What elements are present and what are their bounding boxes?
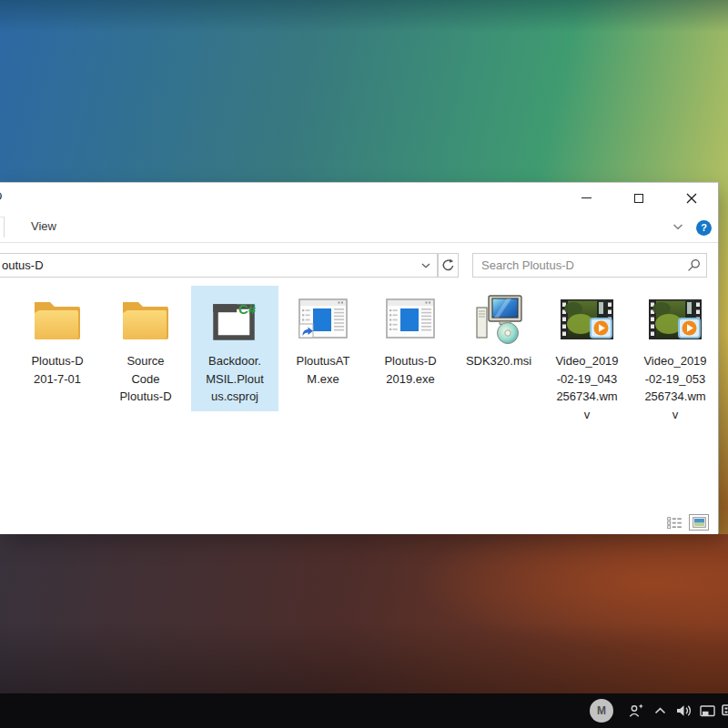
menu-tab-view[interactable]: View xyxy=(31,219,56,233)
file-item[interactable]: Ploutus-D 201-7-01 xyxy=(14,286,101,393)
desktop-screen: D View xyxy=(0,0,728,728)
search-input[interactable] xyxy=(473,255,681,276)
chevron-down-icon xyxy=(421,263,430,268)
refresh-button[interactable] xyxy=(438,253,459,278)
search-box[interactable] xyxy=(472,253,707,278)
application-icon xyxy=(367,289,454,349)
video-thumbnail-icon xyxy=(632,289,719,349)
file-item[interactable]: Video_2019 -02-19_053 256734.wm v xyxy=(632,286,719,429)
taskbar: M xyxy=(0,693,728,728)
wallpaper-bottom xyxy=(0,534,728,693)
thumbnails-view-icon xyxy=(693,517,706,528)
help-button[interactable]: ? xyxy=(696,220,712,236)
ribbon-collapse-button[interactable] xyxy=(672,224,683,230)
details-view-button[interactable] xyxy=(664,514,684,531)
file-item-selected[interactable]: C# Backdoor. MSIL.Plout us.csproj xyxy=(191,286,278,411)
file-list: Ploutus-D 201-7-01 Source Code Ploutus-D xyxy=(0,283,718,509)
file-name: Backdoor. MSIL.Plout us.csproj xyxy=(195,352,275,408)
maximize-icon xyxy=(634,194,643,203)
shortcut-arrow-badge xyxy=(299,324,313,338)
refresh-icon xyxy=(441,258,455,272)
video-thumbnail-icon xyxy=(543,289,631,349)
details-view-icon xyxy=(667,517,682,529)
address-dropdown-button[interactable] xyxy=(415,263,437,268)
file-name: SDK320.msi xyxy=(459,352,539,372)
application-shortcut-icon xyxy=(279,289,367,349)
minimize-icon xyxy=(581,197,592,198)
window-title-partial: D xyxy=(0,189,2,203)
ribbon-menu-bar: View ? xyxy=(0,212,718,243)
network-display-icon[interactable] xyxy=(700,705,715,717)
thumbnails-view-button[interactable] xyxy=(689,514,709,531)
csharp-project-icon: C# xyxy=(191,289,278,349)
address-bar[interactable] xyxy=(0,253,438,278)
close-button[interactable] xyxy=(665,183,718,213)
file-name: PloutusAT M.exe xyxy=(283,352,363,389)
status-bar xyxy=(0,509,718,534)
help-icon: ? xyxy=(701,222,707,233)
title-bar[interactable]: D xyxy=(0,183,718,212)
file-name: Video_2019 -02-19_053 256734.wm v xyxy=(635,352,715,425)
user-avatar[interactable]: M xyxy=(590,699,613,723)
address-input[interactable] xyxy=(0,255,415,276)
volume-icon[interactable] xyxy=(676,704,692,717)
explorer-window: D View xyxy=(0,182,719,533)
avatar-initial: M xyxy=(597,704,606,717)
file-name: Source Code Ploutus-D xyxy=(106,352,186,408)
file-name: Ploutus-D 2019.exe xyxy=(370,352,450,389)
folder-icon xyxy=(14,289,101,349)
maximize-button[interactable] xyxy=(612,183,665,213)
search-icon xyxy=(681,258,706,272)
folder-icon xyxy=(102,289,189,349)
menu-tab-stub xyxy=(0,217,5,238)
clipped-tray-icon[interactable] xyxy=(722,704,728,716)
file-item[interactable]: SDK320.msi xyxy=(455,286,542,376)
caption-buttons xyxy=(560,183,718,213)
play-badge xyxy=(591,318,612,338)
close-icon xyxy=(686,193,697,204)
file-item[interactable]: Ploutus-D 2019.exe xyxy=(367,286,454,393)
chevron-down-icon xyxy=(672,224,683,230)
people-icon[interactable] xyxy=(628,703,644,718)
navigation-toolbar xyxy=(0,243,718,283)
csharp-badge: C# xyxy=(238,301,257,317)
file-name: Ploutus-D 201-7-01 xyxy=(17,352,97,389)
installer-icon xyxy=(455,289,542,349)
file-item[interactable]: Source Code Ploutus-D xyxy=(102,286,189,411)
file-item[interactable]: PloutusAT M.exe xyxy=(279,286,367,393)
file-item[interactable]: Video_2019 -02-19_043 256734.wm v xyxy=(543,286,631,429)
minimize-button[interactable] xyxy=(560,183,612,213)
tray-expand-chevron-up-icon[interactable] xyxy=(654,707,666,714)
play-badge xyxy=(679,318,700,338)
file-name: Video_2019 -02-19_043 256734.wm v xyxy=(547,352,627,425)
